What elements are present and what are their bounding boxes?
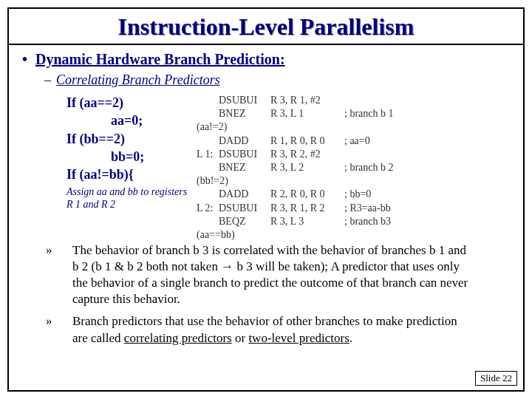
code-line: If (aa==2) bbox=[66, 94, 192, 112]
code-line: If (bb==2) bbox=[66, 130, 192, 148]
left-column: If (aa==2) aa=0; If (bb==2) bb=0; If (aa… bbox=[9, 94, 192, 211]
assign-note: Assign aa and bb to registers R 1 and R … bbox=[66, 186, 192, 211]
bullet-level2: –Correlating Branch Predictors bbox=[44, 72, 523, 88]
content-row: If (aa==2) aa=0; If (bb==2) bb=0; If (aa… bbox=[9, 94, 523, 211]
body-paragraphs: »The behavior of branch b 3 is correlate… bbox=[59, 242, 473, 347]
asm-cond: (aa==bb) bbox=[197, 228, 514, 242]
bullet2-marker: – bbox=[44, 72, 56, 88]
bullet3-marker: » bbox=[59, 313, 72, 330]
code-line: If (aa!=bb){ bbox=[66, 166, 192, 183]
assembly-listing: DSUBUIR 3, R 1, #2 BNEZR 3, L 1; branch … bbox=[197, 94, 514, 242]
bullet3-marker: » bbox=[59, 242, 72, 259]
pseudo-code: If (aa==2) aa=0; If (bb==2) bb=0; If (aa… bbox=[66, 94, 192, 183]
bullet2-text: Correlating Branch Predictors bbox=[56, 72, 220, 87]
code-line: bb=0; bbox=[66, 148, 192, 166]
bullet1-marker: • bbox=[22, 51, 35, 68]
slide-frame: Instruction-Level Parallelism •Dynamic H… bbox=[7, 7, 525, 392]
body-p2: »Branch predictors that use the behavior… bbox=[59, 313, 473, 346]
asm-cond: (aa!=2) bbox=[197, 120, 514, 134]
slide-number: Slide 22 bbox=[475, 371, 517, 386]
body-p1: »The behavior of branch b 3 is correlate… bbox=[59, 242, 473, 307]
title-underline bbox=[9, 44, 523, 45]
slide-title: Instruction-Level Parallelism bbox=[9, 9, 523, 44]
asm-cond: (bb!=2) bbox=[197, 174, 514, 188]
bullet1-text: Dynamic Hardware Branch Prediction: bbox=[35, 51, 285, 67]
bullet-level1: •Dynamic Hardware Branch Prediction: bbox=[22, 51, 523, 68]
code-line: aa=0; bbox=[66, 112, 192, 129]
